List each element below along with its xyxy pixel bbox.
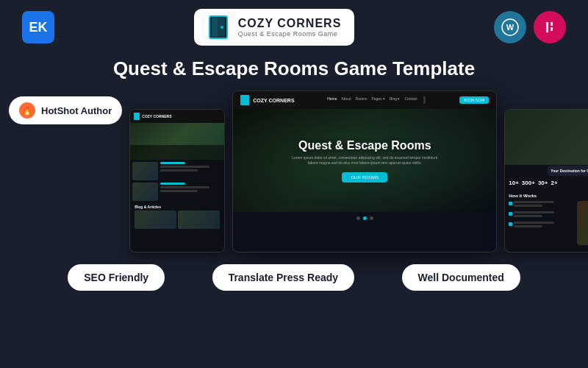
door-icon (207, 15, 229, 40)
svg-rect-8 (551, 27, 553, 31)
page-title: Quest & Escape Rooms Game Template (0, 57, 588, 80)
ek-logo: EK (22, 11, 54, 43)
top-bar: EK COZY CORNERS Quest & Escape Rooms Gam… (0, 0, 588, 54)
screenshots-container: COZY CORNERS (129, 91, 588, 252)
middle-section: 🔥 HotShot Author COZY CORNERS (0, 91, 588, 252)
svg-text:W: W (506, 23, 514, 32)
svg-point-2 (220, 26, 223, 29)
hotshot-badge: 🔥 HotShot Author (9, 96, 122, 124)
main-screenshot: COZY CORNERS Home About Rooms Pages ▾ Bl… (232, 91, 497, 252)
svg-rect-3 (212, 18, 218, 37)
mobile-screenshot: COZY CORNERS (129, 109, 225, 252)
translate-badge: Translate Press Ready (212, 264, 354, 291)
elementor-icon (534, 11, 566, 43)
svg-rect-7 (551, 22, 553, 26)
right-screenshot: Your Destination for Quest Rooms 10+ 300… (504, 109, 588, 252)
seo-badge: SEO Friendly (68, 264, 165, 291)
wordpress-icon: W (494, 11, 526, 43)
brand-text: COZY CORNERS Quest & Escape Rooms Game (238, 17, 342, 38)
platform-icons: W (494, 11, 566, 43)
documented-badge: Well Documented (402, 264, 520, 291)
svg-rect-6 (546, 22, 548, 32)
hotshot-icon: 🔥 (19, 102, 35, 118)
bottom-badges: SEO Friendly Translate Press Ready Well … (0, 252, 588, 291)
brand-logo: COZY CORNERS Quest & Escape Rooms Game (194, 9, 355, 46)
